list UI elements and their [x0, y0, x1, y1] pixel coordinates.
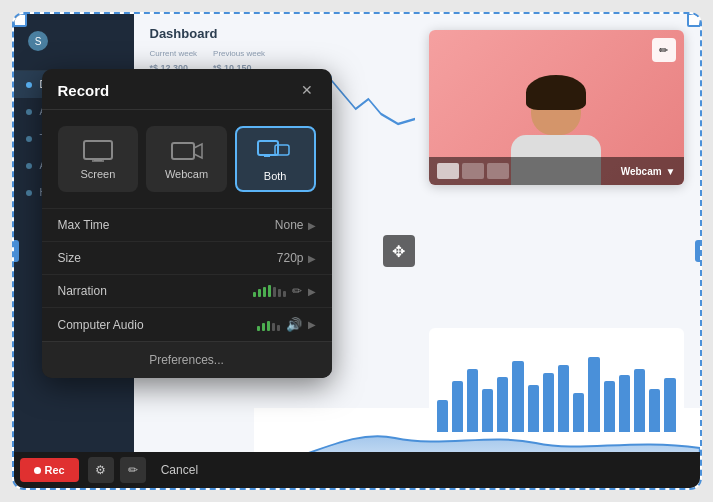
- narration-row: Narration ▶: [42, 274, 332, 307]
- narration-label: Narration: [58, 284, 253, 298]
- max-time-arrow[interactable]: ▶: [308, 220, 316, 231]
- mode-screen-button[interactable]: Screen: [58, 126, 139, 192]
- bar-segment: [482, 389, 493, 432]
- corner-handle-tl[interactable]: [13, 13, 27, 27]
- both-icon: [245, 140, 306, 164]
- vol-seg-5: [273, 287, 276, 297]
- ca-vol-seg-2: [262, 323, 265, 331]
- modal-header: Record ✕: [42, 69, 332, 110]
- mode-buttons-row: Screen Webcam: [42, 110, 332, 208]
- preferences-button[interactable]: Preferences...: [42, 341, 332, 378]
- modal-close-button[interactable]: ✕: [298, 81, 316, 99]
- source-screen-btn[interactable]: [437, 163, 459, 179]
- ca-vol-seg-1: [257, 326, 260, 331]
- tools-icon: [26, 136, 32, 142]
- main-frame: S Dashboard Activity Tools Analytics: [12, 12, 702, 490]
- bar-segment: [588, 357, 599, 432]
- bar-segment: [497, 377, 508, 432]
- screen-icon: [68, 140, 129, 162]
- record-modal: Record ✕ Screen: [42, 69, 332, 378]
- edit-button[interactable]: ✏: [120, 457, 146, 483]
- bar-segment: [634, 369, 645, 432]
- vol-seg-1: [253, 292, 256, 297]
- vol-seg-7: [283, 291, 286, 297]
- bar-segment: [528, 385, 539, 432]
- svg-text:S: S: [34, 36, 41, 47]
- rec-dot-icon: [34, 467, 41, 474]
- mode-webcam-button[interactable]: Webcam: [146, 126, 227, 192]
- side-handle-right[interactable]: [695, 240, 702, 262]
- webcam-icon: [156, 140, 217, 162]
- mode-both-button[interactable]: Both: [235, 126, 316, 192]
- corner-handle-tr[interactable]: [687, 13, 701, 27]
- mode-both-label: Both: [245, 170, 306, 182]
- bar-segment: [512, 361, 523, 432]
- settings-button[interactable]: ⚙: [88, 457, 114, 483]
- webcam-dropdown-arrow[interactable]: ▼: [666, 166, 676, 177]
- bar-segment: [467, 369, 478, 432]
- bar-segment: [543, 373, 554, 432]
- narration-pencil-icon[interactable]: [292, 284, 302, 298]
- cancel-button[interactable]: Cancel: [153, 459, 206, 481]
- person-hair: [526, 75, 586, 110]
- activity-icon: [26, 109, 32, 115]
- narration-volume-bar: [253, 285, 286, 297]
- side-handle-left[interactable]: [12, 240, 19, 262]
- max-time-value: None: [275, 218, 304, 232]
- move-handle[interactable]: ✥: [383, 235, 415, 267]
- webcam-preview: ✏ Webcam ▼: [429, 30, 684, 185]
- computer-audio-row: Computer Audio 🔊 ▶: [42, 307, 332, 341]
- bar-segment: [558, 365, 569, 432]
- bar-segment: [664, 378, 675, 432]
- ca-vol-seg-4: [272, 323, 275, 331]
- mode-screen-label: Screen: [68, 168, 129, 180]
- source-buttons: [437, 163, 509, 179]
- home-icon: [26, 82, 32, 88]
- stat-current-label: Current week: [150, 49, 198, 58]
- bottom-toolbar: Rec ⚙ ✏ Cancel: [14, 452, 700, 488]
- bar-segment: [573, 393, 584, 432]
- source-mix-btn[interactable]: [462, 163, 484, 179]
- max-time-label: Max Time: [58, 218, 275, 232]
- webcam-edit-button[interactable]: ✏: [652, 38, 676, 62]
- bar-segment: [619, 375, 630, 432]
- vol-seg-6: [278, 289, 281, 297]
- analytics-icon: [26, 163, 32, 169]
- computer-audio-volume-bar: [257, 319, 280, 331]
- vol-seg-3: [263, 287, 266, 297]
- computer-audio-label: Computer Audio: [58, 318, 257, 332]
- size-row: Size 720p ▶: [42, 241, 332, 274]
- rec-button[interactable]: Rec: [20, 458, 79, 482]
- vol-seg-2: [258, 289, 261, 297]
- svg-rect-3: [84, 141, 112, 159]
- person-head: [531, 80, 581, 135]
- bar-segment: [452, 381, 463, 432]
- bar-segment: [437, 400, 448, 432]
- size-arrow[interactable]: ▶: [308, 253, 316, 264]
- gear-icon: ⚙: [95, 463, 106, 477]
- modal-title: Record: [58, 82, 110, 99]
- bar-segment: [649, 389, 660, 432]
- sidebar-logo: S: [14, 14, 134, 71]
- bar-chart: [429, 328, 684, 438]
- svg-rect-6: [172, 143, 194, 159]
- speaker-icon[interactable]: 🔊: [286, 317, 302, 332]
- svg-marker-7: [194, 144, 202, 158]
- size-value: 720p: [277, 251, 304, 265]
- max-time-row: Max Time None ▶: [42, 208, 332, 241]
- svg-rect-10: [264, 155, 270, 157]
- narration-arrow[interactable]: ▶: [308, 286, 316, 297]
- source-webcam-btn[interactable]: [487, 163, 509, 179]
- bar-segment: [604, 381, 615, 432]
- computer-audio-arrow[interactable]: ▶: [308, 319, 316, 330]
- ca-vol-seg-5: [277, 325, 280, 331]
- rec-label: Rec: [45, 464, 65, 476]
- vol-seg-4: [268, 285, 271, 297]
- mode-webcam-label: Webcam: [156, 168, 217, 180]
- webcam-controls: Webcam ▼: [429, 157, 684, 185]
- webcam-label: Webcam ▼: [621, 166, 676, 177]
- ca-vol-seg-3: [267, 321, 270, 331]
- pencil-toolbar-icon: ✏: [128, 463, 138, 477]
- help-icon: [26, 190, 32, 196]
- size-label: Size: [58, 251, 277, 265]
